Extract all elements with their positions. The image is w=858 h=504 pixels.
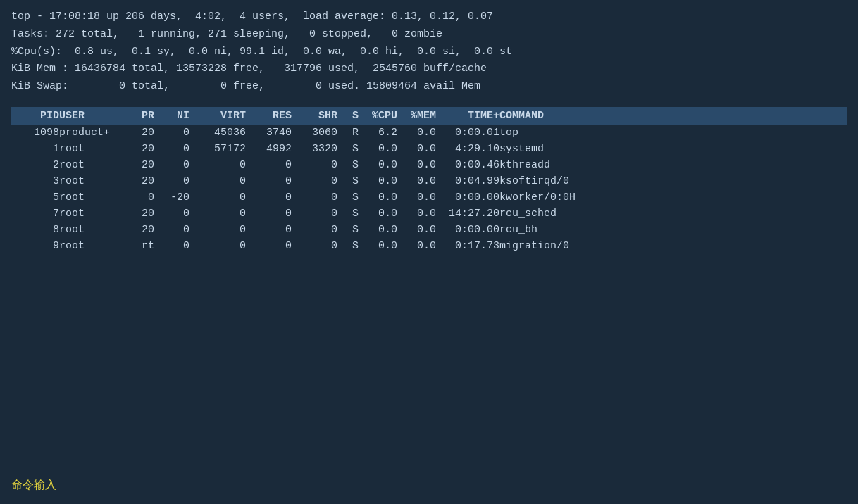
col-header-res: RES bbox=[246, 110, 292, 122]
table-row: 8 root 20 0 0 0 0 S 0.0 0.0 0:00.00 rcu_… bbox=[11, 222, 847, 238]
cell-cpu: 0.0 bbox=[359, 191, 397, 203]
cell-virt: 0 bbox=[189, 191, 246, 203]
cell-ni: 0 bbox=[154, 143, 189, 155]
cell-user: root bbox=[59, 143, 123, 155]
cell-s: S bbox=[337, 208, 359, 220]
cell-time: 0:00.46 bbox=[436, 159, 499, 171]
cell-ni: -20 bbox=[154, 191, 189, 203]
cell-cpu: 0.0 bbox=[359, 159, 397, 171]
col-header-command: COMMAND bbox=[499, 110, 591, 122]
cell-pid: 8 bbox=[17, 224, 59, 236]
cell-mem: 0.0 bbox=[397, 127, 436, 139]
cell-shr: 0 bbox=[292, 175, 337, 187]
cell-s: S bbox=[337, 224, 359, 236]
system-line-2: Tasks: 272 total, 1 running, 271 sleepin… bbox=[11, 26, 847, 44]
col-header-mem: %MEM bbox=[397, 110, 436, 122]
cell-command: rcu_sched bbox=[499, 208, 591, 220]
cell-s: S bbox=[337, 159, 359, 171]
cell-mem: 0.0 bbox=[397, 224, 436, 236]
cell-res: 0 bbox=[246, 175, 292, 187]
cell-virt: 57172 bbox=[189, 143, 246, 155]
table-row: 5 root 0 -20 0 0 0 S 0.0 0.0 0:00.00 kwo… bbox=[11, 189, 847, 206]
cell-s: R bbox=[337, 127, 359, 139]
cell-pr: 0 bbox=[123, 191, 154, 203]
cell-pr: 20 bbox=[123, 208, 154, 220]
cell-user: root bbox=[59, 175, 123, 187]
cell-s: S bbox=[337, 175, 359, 187]
cell-user: root bbox=[59, 191, 123, 203]
col-header-user: USER bbox=[59, 110, 123, 122]
cell-shr: 0 bbox=[292, 240, 337, 252]
cell-shr: 0 bbox=[292, 208, 337, 220]
cell-user: root bbox=[59, 240, 123, 252]
cell-virt: 0 bbox=[189, 208, 246, 220]
cell-ni: 0 bbox=[154, 224, 189, 236]
table-row: 9 root rt 0 0 0 0 S 0.0 0.0 0:17.73 migr… bbox=[11, 238, 847, 254]
cell-user: root bbox=[59, 224, 123, 236]
cell-time: 14:27.20 bbox=[436, 208, 499, 220]
cell-shr: 3320 bbox=[292, 143, 337, 155]
cell-time: 0:00.01 bbox=[436, 127, 499, 139]
cell-pid: 9 bbox=[17, 240, 59, 252]
cell-ni: 0 bbox=[154, 240, 189, 252]
cell-s: S bbox=[337, 143, 359, 155]
cell-user: product+ bbox=[59, 127, 123, 139]
system-line-5: KiB Swap: 0 total, 0 free, 0 used. 15809… bbox=[11, 78, 847, 96]
cell-command: systemd bbox=[499, 143, 591, 155]
cell-pr: 20 bbox=[123, 159, 154, 171]
cell-cpu: 0.0 bbox=[359, 240, 397, 252]
cell-res: 0 bbox=[246, 191, 292, 203]
cell-pr: 20 bbox=[123, 224, 154, 236]
process-table: PID USER PR NI VIRT RES SHR S %CPU %MEM … bbox=[11, 107, 847, 472]
cell-pid: 3 bbox=[17, 175, 59, 187]
system-info-section: top - 17:08:18 up 206 days, 4:02, 4 user… bbox=[11, 8, 847, 96]
col-header-virt: VIRT bbox=[189, 110, 246, 122]
cell-mem: 0.0 bbox=[397, 191, 436, 203]
terminal-window: top - 17:08:18 up 206 days, 4:02, 4 user… bbox=[0, 0, 858, 504]
cell-pr: rt bbox=[123, 240, 154, 252]
cell-user: root bbox=[59, 159, 123, 171]
cell-command: kworker/0:0H bbox=[499, 191, 591, 203]
cell-s: S bbox=[337, 240, 359, 252]
cell-res: 0 bbox=[246, 240, 292, 252]
cell-s: S bbox=[337, 191, 359, 203]
cell-res: 4992 bbox=[246, 143, 292, 155]
cell-command: kthreadd bbox=[499, 159, 591, 171]
system-line-3: %Cpu(s): 0.8 us, 0.1 sy, 0.0 ni, 99.1 id… bbox=[11, 44, 847, 61]
cell-virt: 0 bbox=[189, 175, 246, 187]
cell-mem: 0.0 bbox=[397, 159, 436, 171]
table-row: 1098 product+ 20 0 45036 3740 3060 R 6.2… bbox=[11, 125, 847, 141]
cell-mem: 0.0 bbox=[397, 143, 436, 155]
bottom-bar: 命令输入 bbox=[11, 472, 847, 496]
cell-ni: 0 bbox=[154, 175, 189, 187]
table-row: 1 root 20 0 57172 4992 3320 S 0.0 0.0 4:… bbox=[11, 141, 847, 157]
cell-pr: 20 bbox=[123, 127, 154, 139]
cell-time: 0:17.73 bbox=[436, 240, 499, 252]
cell-virt: 0 bbox=[189, 224, 246, 236]
cell-ni: 0 bbox=[154, 208, 189, 220]
col-header-cpu: %CPU bbox=[359, 110, 397, 122]
cell-pid: 1 bbox=[17, 143, 59, 155]
table-row: 3 root 20 0 0 0 0 S 0.0 0.0 0:04.99 ksof… bbox=[11, 173, 847, 189]
cell-pid: 2 bbox=[17, 159, 59, 171]
col-header-shr: SHR bbox=[292, 110, 337, 122]
command-input-label[interactable]: 命令输入 bbox=[11, 479, 56, 492]
cell-ni: 0 bbox=[154, 159, 189, 171]
cell-command: rcu_bh bbox=[499, 224, 591, 236]
cell-res: 0 bbox=[246, 224, 292, 236]
cell-time: 4:29.10 bbox=[436, 143, 499, 155]
cell-mem: 0.0 bbox=[397, 175, 436, 187]
cell-user: root bbox=[59, 208, 123, 220]
cell-ni: 0 bbox=[154, 127, 189, 139]
cell-shr: 3060 bbox=[292, 127, 337, 139]
cell-shr: 0 bbox=[292, 159, 337, 171]
cell-time: 0:04.99 bbox=[436, 175, 499, 187]
cell-command: migration/0 bbox=[499, 240, 591, 252]
cell-virt: 45036 bbox=[189, 127, 246, 139]
cell-cpu: 0.0 bbox=[359, 208, 397, 220]
cell-cpu: 0.0 bbox=[359, 175, 397, 187]
system-line-1: top - 17:08:18 up 206 days, 4:02, 4 user… bbox=[11, 8, 847, 26]
cell-pid: 1098 bbox=[17, 127, 59, 139]
cell-virt: 0 bbox=[189, 240, 246, 252]
cell-cpu: 0.0 bbox=[359, 224, 397, 236]
